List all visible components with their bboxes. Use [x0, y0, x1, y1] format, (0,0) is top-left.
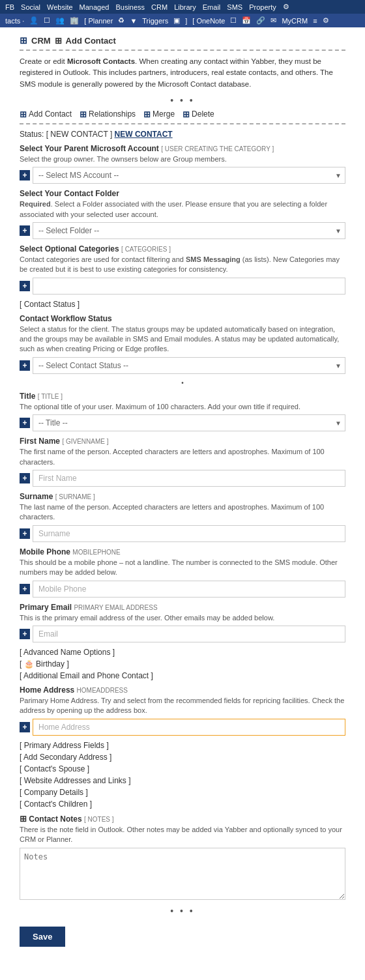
nav-library[interactable]: Library: [174, 3, 196, 11]
title-plus-icon[interactable]: +: [20, 418, 30, 428]
nav2-checkbox2-icon[interactable]: ☐: [230, 16, 237, 25]
main-content: ⊞ CRM ⊞ Add Contact Create or edit Micro…: [0, 27, 365, 960]
nav2-checkbox-icon[interactable]: ☐: [44, 16, 50, 25]
nav2-block-icon[interactable]: ▣: [173, 16, 180, 25]
folder-plus-icon[interactable]: +: [20, 225, 30, 236]
status-link[interactable]: NEW CONTACT: [115, 130, 173, 139]
firstname-input[interactable]: [33, 470, 345, 487]
add-contact-button[interactable]: ⊞ Add Contact: [20, 109, 72, 119]
merge-plus-icon: ⊞: [143, 109, 151, 119]
parent-account-desc: Select the group owner. The ownsers belo…: [20, 154, 345, 164]
delete-button[interactable]: ⊞ Delete: [182, 109, 214, 119]
ms-account-select[interactable]: -- Select MS Account --: [33, 167, 345, 184]
mobile-input[interactable]: [33, 581, 345, 598]
action-separator: [20, 123, 345, 124]
nav2-building-icon[interactable]: 🏢: [70, 16, 79, 25]
status-line: Status: [ NEW CONTACT ] NEW CONTACT: [20, 130, 345, 139]
surname-input[interactable]: [33, 525, 345, 542]
primary-address-collapsible[interactable]: [ Primary Address Fields ]: [20, 741, 345, 750]
merge-label: Merge: [153, 109, 175, 119]
spouse-collapsible[interactable]: [ Contact's Spouse ]: [20, 764, 345, 773]
home-address-desc: Parimary Home Address. Try and select fr…: [20, 696, 345, 716]
nav-social[interactable]: Social: [21, 3, 40, 11]
nav2-contacts2-icon[interactable]: 👥: [55, 16, 65, 25]
sms-messaging-bold: SMS Messaging: [186, 255, 241, 263]
workflow-plus-icon[interactable]: +: [20, 360, 30, 371]
nav-settings-icon[interactable]: ⚙: [283, 3, 289, 11]
merge-button[interactable]: ⊞ Merge: [143, 109, 175, 119]
categories-plus-icon[interactable]: +: [20, 281, 30, 291]
nav2-mycrm[interactable]: MyCRM: [282, 17, 308, 25]
home-address-field-row: +: [20, 719, 345, 736]
additional-email-collapsible[interactable]: [ Additional Email and Phone Contact ]: [20, 671, 345, 680]
nav2-planner[interactable]: [ Planner: [84, 17, 113, 25]
nav2-add-user-icon[interactable]: 👤: [29, 16, 38, 25]
notes-plus-icon[interactable]: ⊞: [20, 814, 27, 824]
crm-label[interactable]: CRM: [31, 36, 51, 46]
nav2-triggers[interactable]: Triggers: [142, 17, 168, 25]
contact-folder-label: Select Your Contact Folder: [20, 189, 345, 198]
nav-fb[interactable]: FB: [5, 3, 14, 11]
nav2-contacts[interactable]: tacts ·: [5, 17, 24, 25]
notes-textarea[interactable]: [20, 848, 345, 900]
nav2-onenote[interactable]: [ OneNote: [192, 17, 225, 25]
save-button[interactable]: Save: [20, 927, 65, 947]
title-field-row: + -- Title --: [20, 414, 345, 431]
ms-account-plus-icon[interactable]: +: [20, 170, 30, 180]
workflow-status-field-row: + -- Select Contact Status --: [20, 357, 345, 374]
categories-input-row: +: [20, 278, 345, 295]
nav2-refresh-icon[interactable]: ♻: [118, 16, 124, 25]
email-desc: This is the primary email address of the…: [20, 613, 345, 623]
firstname-plus-icon[interactable]: +: [20, 473, 30, 483]
nav-property[interactable]: Property: [249, 3, 276, 11]
nav-managed[interactable]: Managed: [80, 3, 110, 11]
workflow-status-label: Contact Workflow Status: [20, 314, 345, 323]
birthday-collapsible[interactable]: [ 🎂 Birthday ]: [20, 659, 345, 669]
small-dot-1: •: [20, 379, 345, 386]
nav-business[interactable]: Business: [115, 3, 145, 11]
children-collapsible[interactable]: [ Contact's Children ]: [20, 800, 345, 809]
nav2-menu-icon[interactable]: ≡: [313, 17, 317, 25]
categories-label: Select Optional Categories [ categories …: [20, 244, 345, 253]
advanced-name-collapsible[interactable]: [ Advanced Name Options ]: [20, 648, 345, 657]
contact-status-bracket[interactable]: [ Contact Status ]: [20, 300, 345, 309]
workflow-status-select[interactable]: -- Select Contact Status --: [33, 357, 345, 374]
secondary-address-collapsible[interactable]: [ Add Secondary Address ]: [20, 753, 345, 762]
folder-select-wrapper: -- Select Folder --: [33, 222, 345, 239]
nav2-email-icon[interactable]: ✉: [270, 16, 276, 25]
nav-website[interactable]: Website: [47, 3, 73, 11]
nav-email[interactable]: Email: [203, 3, 221, 11]
company-collapsible[interactable]: [ Company Details ]: [20, 788, 345, 797]
action-buttons-row: ⊞ Add Contact ⊞ Relationships ⊞ Merge ⊞ …: [20, 109, 345, 119]
nav2-calendar-icon[interactable]: 📅: [242, 16, 251, 25]
folder-select[interactable]: -- Select Folder --: [33, 222, 345, 239]
home-address-plus-icon[interactable]: +: [20, 722, 30, 732]
email-plus-icon[interactable]: +: [20, 629, 30, 639]
categories-input[interactable]: [33, 278, 345, 295]
website-collapsible[interactable]: [ Website Addresses and Links ]: [20, 776, 345, 785]
nav2-filter-icon[interactable]: ▼: [130, 17, 137, 25]
birthday-icon: 🎂: [24, 659, 34, 669]
home-address-input[interactable]: [33, 719, 345, 736]
nav2-link-icon[interactable]: 🔗: [256, 16, 265, 25]
email-input[interactable]: [33, 626, 345, 642]
intro-text: Create or edit Microsoft Contacts. When …: [20, 56, 345, 90]
mobile-plus-icon[interactable]: +: [20, 584, 30, 594]
relationships-button[interactable]: ⊞ Relationships: [80, 109, 136, 119]
nav2-gear-icon[interactable]: ⚙: [323, 16, 329, 25]
three-dots-bottom: • • •: [20, 906, 345, 916]
parent-account-label: Select Your Parent Microsoft Account [ U…: [20, 144, 345, 153]
nav-crm[interactable]: CRM: [151, 3, 168, 11]
surname-field-row: +: [20, 525, 345, 542]
ms-account-field-row: + -- Select MS Account --: [20, 167, 345, 184]
workflow-select-wrapper: -- Select Contact Status --: [33, 357, 345, 374]
page-header: ⊞ CRM ⊞ Add Contact: [20, 35, 345, 46]
surname-desc: The last name of the person. Accepted ch…: [20, 502, 345, 523]
surname-plus-icon[interactable]: +: [20, 528, 30, 539]
home-address-label: Home Address homeAddress: [20, 685, 345, 695]
delete-label: Delete: [192, 109, 214, 119]
contact-folder-desc: Required. Select a Folder associated wit…: [20, 199, 345, 220]
nav-sms[interactable]: SMS: [227, 3, 242, 11]
add-contact-plus-icon: ⊞: [20, 109, 27, 119]
title-select[interactable]: -- Title --: [33, 414, 345, 431]
